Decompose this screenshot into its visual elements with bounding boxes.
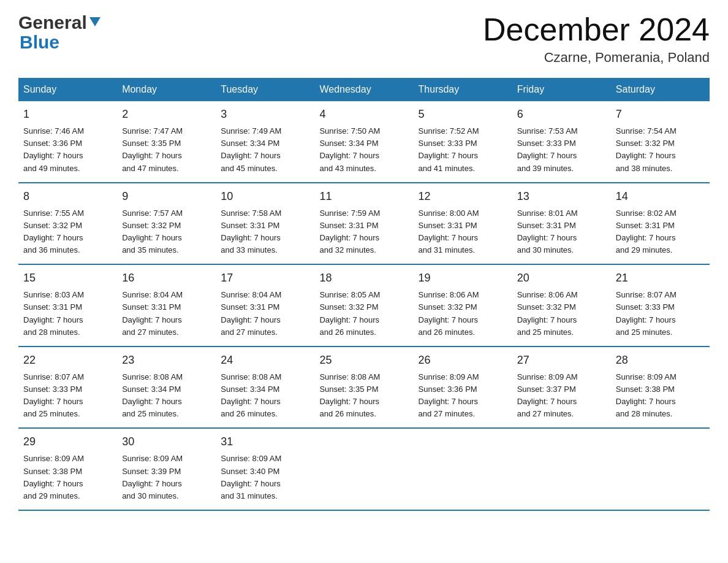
logo-general-text: General	[18, 12, 87, 33]
day-info: Sunrise: 8:08 AMSunset: 3:34 PMDaylight:…	[122, 371, 211, 421]
day-info: Sunrise: 8:02 AMSunset: 3:31 PMDaylight:…	[616, 207, 705, 257]
day-cell: 13Sunrise: 8:01 AMSunset: 3:31 PMDayligh…	[512, 183, 611, 265]
day-number: 27	[517, 352, 606, 369]
day-info: Sunrise: 7:50 AMSunset: 3:34 PMDaylight:…	[319, 125, 408, 175]
day-cell: 18Sunrise: 8:05 AMSunset: 3:32 PMDayligh…	[314, 264, 413, 347]
day-cell: 22Sunrise: 8:07 AMSunset: 3:33 PMDayligh…	[18, 347, 117, 429]
day-number: 24	[221, 352, 309, 369]
day-cell	[414, 428, 512, 510]
day-number: 18	[319, 270, 408, 286]
day-cell: 1Sunrise: 7:46 AMSunset: 3:36 PMDaylight…	[18, 101, 117, 183]
column-header-friday: Friday	[512, 78, 611, 101]
svg-marker-0	[89, 17, 100, 26]
day-info: Sunrise: 7:54 AMSunset: 3:32 PMDaylight:…	[616, 125, 705, 175]
day-info: Sunrise: 7:57 AMSunset: 3:32 PMDaylight:…	[122, 207, 211, 257]
day-info: Sunrise: 8:09 AMSunset: 3:38 PMDaylight:…	[616, 371, 705, 421]
day-number: 25	[319, 352, 408, 369]
calendar-subtitle: Czarne, Pomerania, Poland	[483, 50, 710, 66]
day-number: 28	[616, 352, 705, 369]
column-header-saturday: Saturday	[611, 78, 710, 101]
day-info: Sunrise: 8:09 AMSunset: 3:39 PMDaylight:…	[122, 453, 211, 502]
day-number: 13	[517, 188, 606, 205]
day-cell: 17Sunrise: 8:04 AMSunset: 3:31 PMDayligh…	[216, 264, 314, 347]
day-cell: 14Sunrise: 8:02 AMSunset: 3:31 PMDayligh…	[611, 183, 710, 265]
day-number: 22	[23, 352, 112, 369]
day-info: Sunrise: 7:52 AMSunset: 3:33 PMDaylight:…	[419, 125, 507, 175]
day-cell: 27Sunrise: 8:09 AMSunset: 3:37 PMDayligh…	[512, 347, 611, 429]
day-number: 2	[122, 106, 211, 123]
day-cell: 28Sunrise: 8:09 AMSunset: 3:38 PMDayligh…	[611, 347, 710, 429]
day-cell: 20Sunrise: 8:06 AMSunset: 3:32 PMDayligh…	[512, 264, 611, 347]
day-cell: 2Sunrise: 7:47 AMSunset: 3:35 PMDaylight…	[117, 101, 216, 183]
day-cell: 23Sunrise: 8:08 AMSunset: 3:34 PMDayligh…	[117, 347, 216, 429]
day-info: Sunrise: 7:58 AMSunset: 3:31 PMDaylight:…	[221, 207, 309, 257]
page-header: General Blue December 2024 Czarne, Pomer…	[18, 12, 710, 66]
day-number: 5	[419, 106, 507, 123]
day-cell	[314, 428, 413, 510]
day-cell: 25Sunrise: 8:08 AMSunset: 3:35 PMDayligh…	[314, 347, 413, 429]
day-info: Sunrise: 8:00 AMSunset: 3:31 PMDaylight:…	[419, 207, 507, 257]
day-info: Sunrise: 8:08 AMSunset: 3:34 PMDaylight:…	[221, 371, 309, 421]
column-header-monday: Monday	[117, 78, 216, 101]
week-row-1: 1Sunrise: 7:46 AMSunset: 3:36 PMDaylight…	[18, 101, 710, 183]
day-cell: 5Sunrise: 7:52 AMSunset: 3:33 PMDaylight…	[414, 101, 512, 183]
title-block: December 2024 Czarne, Pomerania, Poland	[483, 12, 710, 66]
day-number: 14	[616, 188, 705, 205]
day-number: 20	[517, 270, 606, 286]
day-cell: 24Sunrise: 8:08 AMSunset: 3:34 PMDayligh…	[216, 347, 314, 429]
day-number: 29	[23, 434, 112, 450]
day-info: Sunrise: 8:04 AMSunset: 3:31 PMDaylight:…	[122, 289, 211, 339]
day-cell	[512, 428, 611, 510]
day-info: Sunrise: 7:47 AMSunset: 3:35 PMDaylight:…	[122, 125, 211, 175]
day-info: Sunrise: 8:04 AMSunset: 3:31 PMDaylight:…	[221, 289, 309, 339]
day-cell: 19Sunrise: 8:06 AMSunset: 3:32 PMDayligh…	[414, 264, 512, 347]
day-cell: 10Sunrise: 7:58 AMSunset: 3:31 PMDayligh…	[216, 183, 314, 265]
week-row-3: 15Sunrise: 8:03 AMSunset: 3:31 PMDayligh…	[18, 264, 710, 347]
day-number: 11	[319, 188, 408, 205]
day-info: Sunrise: 8:09 AMSunset: 3:37 PMDaylight:…	[517, 371, 606, 421]
day-info: Sunrise: 7:46 AMSunset: 3:36 PMDaylight:…	[23, 125, 112, 175]
day-info: Sunrise: 7:53 AMSunset: 3:33 PMDaylight:…	[517, 125, 606, 175]
week-row-4: 22Sunrise: 8:07 AMSunset: 3:33 PMDayligh…	[18, 347, 710, 429]
day-number: 26	[419, 352, 507, 369]
day-number: 3	[221, 106, 309, 123]
day-info: Sunrise: 8:06 AMSunset: 3:32 PMDaylight:…	[517, 289, 606, 339]
day-info: Sunrise: 7:49 AMSunset: 3:34 PMDaylight:…	[221, 125, 309, 175]
day-cell	[611, 428, 710, 510]
day-number: 12	[419, 188, 507, 205]
calendar-title: December 2024	[483, 12, 710, 47]
day-info: Sunrise: 8:09 AMSunset: 3:38 PMDaylight:…	[23, 453, 112, 502]
day-info: Sunrise: 8:05 AMSunset: 3:32 PMDaylight:…	[319, 289, 408, 339]
day-info: Sunrise: 8:07 AMSunset: 3:33 PMDaylight:…	[23, 371, 112, 421]
day-info: Sunrise: 8:03 AMSunset: 3:31 PMDaylight:…	[23, 289, 112, 339]
day-cell: 11Sunrise: 7:59 AMSunset: 3:31 PMDayligh…	[314, 183, 413, 265]
day-cell: 16Sunrise: 8:04 AMSunset: 3:31 PMDayligh…	[117, 264, 216, 347]
logo: General Blue	[18, 12, 102, 53]
day-info: Sunrise: 8:06 AMSunset: 3:32 PMDaylight:…	[419, 289, 507, 339]
day-cell: 3Sunrise: 7:49 AMSunset: 3:34 PMDaylight…	[216, 101, 314, 183]
column-header-sunday: Sunday	[18, 78, 117, 101]
day-number: 7	[616, 106, 705, 123]
day-number: 31	[221, 434, 309, 450]
week-row-5: 29Sunrise: 8:09 AMSunset: 3:38 PMDayligh…	[18, 428, 710, 510]
day-number: 16	[122, 270, 211, 286]
calendar-header-row: SundayMondayTuesdayWednesdayThursdayFrid…	[18, 78, 710, 101]
column-header-thursday: Thursday	[414, 78, 512, 101]
day-cell: 29Sunrise: 8:09 AMSunset: 3:38 PMDayligh…	[18, 428, 117, 510]
day-cell: 6Sunrise: 7:53 AMSunset: 3:33 PMDaylight…	[512, 101, 611, 183]
day-number: 8	[23, 188, 112, 205]
day-info: Sunrise: 8:09 AMSunset: 3:36 PMDaylight:…	[419, 371, 507, 421]
day-cell: 31Sunrise: 8:09 AMSunset: 3:40 PMDayligh…	[216, 428, 314, 510]
week-row-2: 8Sunrise: 7:55 AMSunset: 3:32 PMDaylight…	[18, 183, 710, 265]
day-number: 17	[221, 270, 309, 286]
day-info: Sunrise: 8:09 AMSunset: 3:40 PMDaylight:…	[221, 453, 309, 502]
day-cell: 26Sunrise: 8:09 AMSunset: 3:36 PMDayligh…	[414, 347, 512, 429]
day-cell: 21Sunrise: 8:07 AMSunset: 3:33 PMDayligh…	[611, 264, 710, 347]
column-header-wednesday: Wednesday	[314, 78, 413, 101]
day-info: Sunrise: 7:59 AMSunset: 3:31 PMDaylight:…	[319, 207, 408, 257]
day-cell: 7Sunrise: 7:54 AMSunset: 3:32 PMDaylight…	[611, 101, 710, 183]
day-number: 15	[23, 270, 112, 286]
day-number: 30	[122, 434, 211, 450]
day-number: 4	[319, 106, 408, 123]
day-cell: 8Sunrise: 7:55 AMSunset: 3:32 PMDaylight…	[18, 183, 117, 265]
